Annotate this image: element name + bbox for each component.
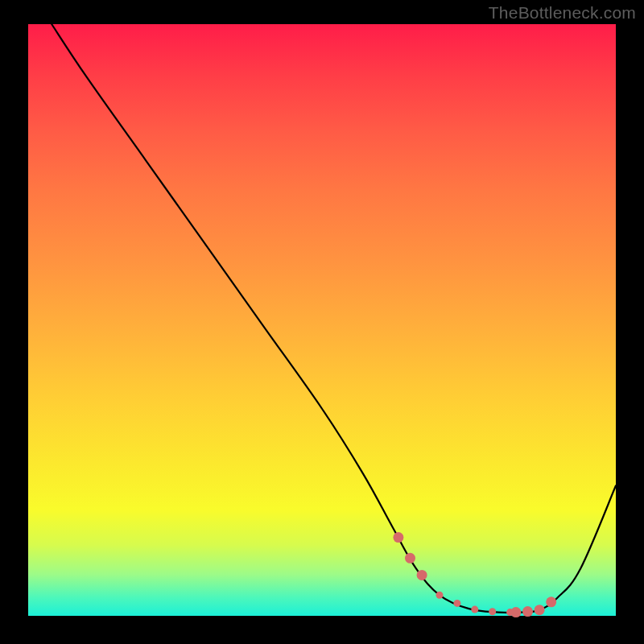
flat-zone-markers bbox=[393, 532, 556, 617]
plot-area bbox=[28, 24, 616, 616]
flat-zone-dot bbox=[510, 607, 521, 617]
watermark-text: TheBottleneck.com bbox=[489, 3, 636, 23]
bottleneck-curve bbox=[52, 24, 616, 613]
flat-zone-dot bbox=[453, 600, 460, 607]
flat-zone-dot bbox=[546, 597, 556, 607]
chart-frame: TheBottleneck.com bbox=[0, 0, 644, 644]
flat-zone-dot bbox=[436, 592, 444, 599]
flat-zone-dot bbox=[522, 606, 533, 617]
curve-layer bbox=[28, 24, 616, 616]
flat-zone-dot bbox=[471, 606, 478, 613]
flat-zone-dot bbox=[393, 532, 403, 543]
flat-zone-dot bbox=[405, 553, 415, 564]
flat-zone-dot bbox=[417, 570, 427, 580]
flat-zone-dot bbox=[489, 608, 496, 615]
flat-zone-dot bbox=[535, 605, 545, 615]
